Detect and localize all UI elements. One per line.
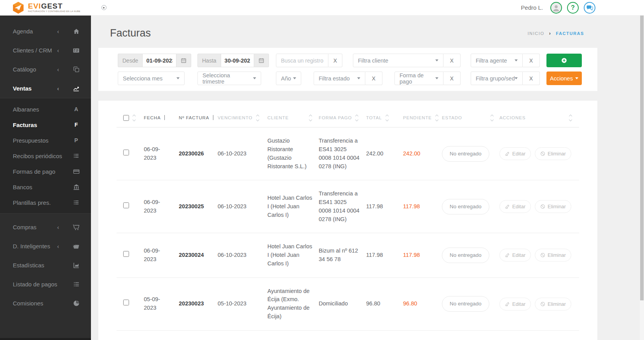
chart-area-icon — [72, 262, 80, 269]
sidebar-item-clientes-crm[interactable]: Clientes / CRM ‹ — [0, 41, 91, 60]
cell-numero: 20230024 — [179, 251, 218, 260]
cell-cliente: Hotel Juan Carlos I (Hotel Juan Carlos I… — [267, 242, 319, 268]
row-checkbox[interactable] — [123, 150, 129, 155]
invoices-table: Fecha Nº Factura Vencimiento Cliente For… — [98, 101, 597, 340]
col-header-trailing[interactable] — [569, 115, 579, 121]
row-checkbox[interactable] — [123, 202, 129, 208]
credit-card-icon — [72, 168, 80, 175]
calendar-icon[interactable] — [176, 54, 191, 67]
sort-icon — [356, 115, 358, 121]
sort-desc-icon — [213, 114, 213, 121]
acciones-button[interactable]: Acciones — [546, 71, 582, 85]
col-header-estado[interactable]: Estado — [442, 115, 499, 121]
cell-forma-pago: Bizum al nº 612 34 56 78 — [319, 247, 366, 264]
submenu-item-recibos-periodicos[interactable]: Recibos periódicos — [0, 148, 91, 164]
date-from-input[interactable] — [142, 54, 176, 67]
scrollbar-thumb[interactable] — [640, 11, 644, 300]
delete-button[interactable]: Eliminar — [535, 147, 571, 160]
copy-icon — [72, 66, 80, 73]
calendar-icon[interactable] — [254, 54, 269, 67]
delete-button[interactable]: Eliminar — [535, 200, 571, 213]
submenu-item-albaranes[interactable]: Albaranes A — [0, 101, 91, 117]
breadcrumb-inicio[interactable]: INICIO — [527, 31, 544, 36]
edit-button[interactable]: Editar — [499, 249, 531, 262]
caret-down-icon — [515, 77, 518, 79]
filter-cliente-select[interactable]: Filtra cliente — [353, 54, 443, 67]
col-header-fecha[interactable]: Fecha — [144, 114, 179, 122]
col-header-cliente[interactable]: Cliente — [267, 115, 319, 121]
user-avatar[interactable] — [550, 2, 562, 14]
chat-bubbles-icon — [586, 4, 593, 11]
select-ano[interactable]: Año — [276, 71, 301, 85]
cart-icon — [72, 223, 80, 231]
chat-button[interactable] — [584, 2, 595, 14]
submenu-item-plantillas-pres[interactable]: Plantillas pres. — [0, 195, 91, 210]
breadcrumb-facturas[interactable]: FACTURAS — [556, 31, 584, 36]
sidebar-item-agenda[interactable]: Agenda ‹ — [0, 22, 91, 41]
clear-forma-pago-button[interactable]: X — [443, 71, 461, 85]
delete-button[interactable]: Eliminar — [535, 298, 571, 310]
select-mes[interactable]: Selecciona mes — [118, 71, 185, 85]
submenu-item-formas-de-pago[interactable]: Formas de pago — [0, 164, 91, 179]
clear-grupo-sede-button[interactable]: X — [523, 71, 540, 85]
id-card-icon — [72, 47, 80, 54]
col-header-total[interactable]: Total — [366, 115, 403, 121]
sidebar-item-d-inteligentes[interactable]: D. Inteligentes ‹ — [0, 237, 91, 256]
cell-numero: 20230025 — [179, 202, 218, 211]
edit-button[interactable]: Editar — [499, 147, 531, 160]
filter-forma-pago-select[interactable]: Forma de pago — [394, 71, 443, 85]
cell-fecha: 06-09-2023 — [144, 198, 169, 215]
sidebar: Agenda ‹ Clientes / CRM ‹ Catálogo ‹ Ven… — [0, 16, 91, 340]
clear-cliente-button[interactable]: X — [443, 54, 461, 67]
date-from-label: Desde — [118, 54, 142, 67]
row-checkbox[interactable] — [123, 300, 129, 305]
select-trimestre[interactable]: Selecciona trimestre — [197, 71, 261, 85]
clear-agente-button[interactable]: X — [523, 54, 540, 67]
clear-estado-button[interactable]: X — [365, 71, 382, 85]
sidebar-item-listado-de-pagos[interactable]: Listado de pagos — [0, 275, 91, 294]
submenu-item-bancos[interactable]: Bancos — [0, 179, 91, 195]
table-row: 06-09-2023 20230026 06-10-2023 Gustazio … — [117, 127, 579, 180]
sort-desc-icon — [164, 114, 165, 121]
person-icon — [552, 3, 560, 12]
add-invoice-button[interactable] — [546, 54, 582, 67]
letter-p-icon: P — [72, 137, 80, 143]
submenu-item-presupuestos[interactable]: Presupuestos P — [0, 133, 91, 148]
chevron-left-icon: ‹ — [57, 47, 59, 54]
delete-button[interactable]: Eliminar — [535, 249, 571, 262]
col-header-vencimiento[interactable]: Vencimiento — [218, 115, 267, 121]
cell-forma-pago: Domiciliado — [319, 300, 366, 308]
sidebar-item-ventas[interactable]: Ventas ‹ — [0, 79, 91, 98]
sidebar-item-comisiones[interactable]: Comisiones — [0, 294, 91, 313]
select-all-checkbox[interactable] — [123, 115, 129, 121]
row-checkbox[interactable] — [123, 251, 129, 257]
edit-button[interactable]: Editar — [499, 200, 531, 213]
filter-grupo-sede-select[interactable]: Filtra grupo/sede — [471, 71, 523, 85]
sidebar-item-compras[interactable]: Compras ‹ — [0, 218, 91, 237]
edit-button[interactable]: Editar — [499, 298, 531, 310]
plus-circle-icon — [561, 57, 567, 64]
top-header: EVIGEST FACTURACIÓN Y CONTABILIDAD EN LA… — [0, 0, 644, 16]
cell-forma-pago: Transferencia a ES41 3025 0008 1014 0004… — [319, 190, 366, 223]
sort-icon[interactable] — [133, 115, 135, 121]
cell-cliente: Ayuntamiento de Écija (Exmo. Ayuntamient… — [267, 287, 319, 321]
sidebar-item-estadisticas[interactable]: Estadísticas — [0, 256, 91, 275]
col-header-acciones[interactable]: Acciones — [499, 115, 569, 121]
filter-agente-select[interactable]: Filtra agente — [471, 54, 523, 67]
filter-estado-select[interactable]: Filtra estado — [314, 71, 365, 85]
col-header-num-factura[interactable]: Nº Factura — [179, 114, 218, 122]
col-header-pendiente[interactable]: Pendiente — [403, 115, 442, 121]
help-button[interactable]: ? — [567, 2, 579, 14]
sort-icon — [569, 115, 572, 121]
search-input[interactable] — [276, 54, 328, 67]
col-header-forma-pago[interactable]: Forma pago — [319, 115, 366, 121]
list-icon — [72, 199, 80, 206]
clear-search-button[interactable]: X — [328, 54, 342, 67]
vertical-scrollbar[interactable] — [640, 8, 644, 340]
pencil-square-icon — [505, 204, 510, 209]
sidebar-item-catalogo[interactable]: Catálogo ‹ — [0, 60, 91, 79]
sidebar-collapse-icon[interactable] — [101, 5, 106, 10]
cell-vencimiento: 05-10-2023 — [218, 300, 267, 308]
date-to-input[interactable] — [221, 54, 254, 67]
submenu-item-facturas[interactable]: Facturas F — [0, 117, 91, 133]
